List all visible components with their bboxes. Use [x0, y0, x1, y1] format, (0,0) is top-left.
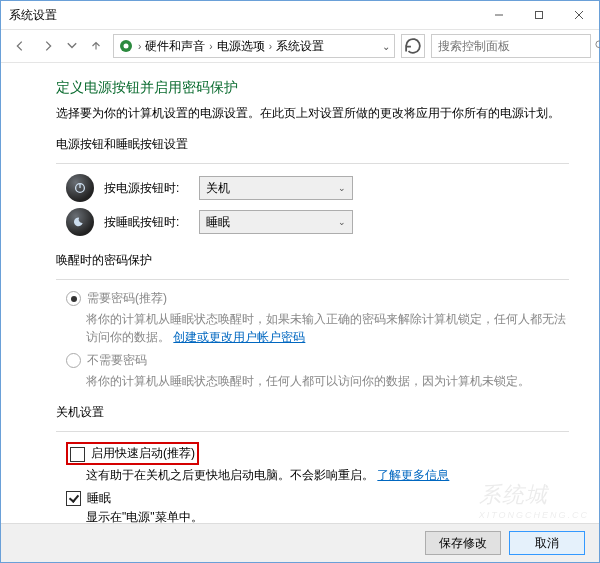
forward-button[interactable]	[37, 35, 59, 57]
search-icon	[594, 39, 600, 54]
search-input[interactable]	[436, 38, 590, 54]
power-button-select[interactable]: 关机 ⌄	[199, 176, 353, 200]
save-button[interactable]: 保存修改	[425, 531, 501, 555]
breadcrumb[interactable]: › 硬件和声音 › 电源选项 › 系统设置 ⌄	[113, 34, 395, 58]
up-button[interactable]	[85, 35, 107, 57]
chevron-down-icon[interactable]: ⌄	[382, 41, 390, 52]
titlebar: 系统设置	[1, 1, 599, 30]
radio-description: 将你的计算机从睡眠状态唤醒时，如果未输入正确的密码来解除计算机锁定，任何人都无法…	[86, 310, 569, 346]
select-value: 关机	[206, 180, 230, 197]
sleep-icon	[66, 208, 94, 236]
refresh-button[interactable]	[401, 34, 425, 58]
radio-label: 不需要密码	[87, 352, 147, 369]
back-button[interactable]	[9, 35, 31, 57]
window-buttons	[479, 1, 599, 29]
section-title: 电源按钮和睡眠按钮设置	[56, 136, 569, 155]
checkbox-sleep[interactable]	[66, 491, 81, 506]
sleep-button-row: 按睡眠按钮时: 睡眠 ⌄	[66, 208, 569, 236]
chevron-down-icon: ⌄	[338, 217, 346, 227]
recent-dropdown[interactable]	[65, 35, 79, 57]
breadcrumb-item[interactable]: 系统设置	[276, 38, 324, 55]
maximize-button[interactable]	[519, 1, 559, 29]
checkbox-label: 启用快速启动(推荐)	[91, 445, 195, 462]
divider	[56, 163, 569, 164]
cancel-button[interactable]: 取消	[509, 531, 585, 555]
section-title: 关机设置	[56, 404, 569, 423]
power-button-row: 按电源按钮时: 关机 ⌄	[66, 174, 569, 202]
radio-require-password[interactable]	[66, 291, 81, 306]
breadcrumb-item[interactable]: 电源选项	[217, 38, 265, 55]
power-icon	[66, 174, 94, 202]
fast-startup-row: 启用快速启动(推荐)	[66, 442, 569, 465]
radio-option-require-password: 需要密码(推荐) 将你的计算机从睡眠状态唤醒时，如果未输入正确的密码来解除计算机…	[66, 290, 569, 346]
minimize-button[interactable]	[479, 1, 519, 29]
chevron-right-icon: ›	[269, 41, 272, 52]
search-box[interactable]	[431, 34, 591, 58]
power-button-label: 按电源按钮时:	[104, 180, 189, 197]
highlight-box: 启用快速启动(推荐)	[66, 442, 199, 465]
sleep-button-select[interactable]: 睡眠 ⌄	[199, 210, 353, 234]
learn-more-link[interactable]: 了解更多信息	[377, 468, 449, 482]
select-value: 睡眠	[206, 214, 230, 231]
close-button[interactable]	[559, 1, 599, 29]
checkbox-description: 这有助于在关机之后更快地启动电脑。不会影响重启。 了解更多信息	[86, 467, 569, 484]
checkbox-description: 显示在"电源"菜单中。	[86, 509, 569, 523]
sleep-button-label: 按睡眠按钮时:	[104, 214, 189, 231]
control-panel-icon	[118, 38, 134, 54]
create-password-link[interactable]: 创建或更改用户帐户密码	[173, 330, 305, 344]
radio-description: 将你的计算机从睡眠状态唤醒时，任何人都可以访问你的数据，因为计算机未锁定。	[86, 372, 569, 390]
radio-option-no-password: 不需要密码 将你的计算机从睡眠状态唤醒时，任何人都可以访问你的数据，因为计算机未…	[66, 352, 569, 390]
chevron-down-icon: ⌄	[338, 183, 346, 193]
svg-point-5	[124, 44, 129, 49]
chevron-right-icon: ›	[209, 41, 212, 52]
chevron-right-icon: ›	[138, 41, 141, 52]
checkbox-fast-startup[interactable]	[70, 447, 85, 462]
divider	[56, 431, 569, 432]
navbar: › 硬件和声音 › 电源选项 › 系统设置 ⌄	[1, 30, 599, 63]
page-description: 选择要为你的计算机设置的电源设置。在此页上对设置所做的更改将应用于你所有的电源计…	[56, 105, 569, 122]
footer: 保存修改 取消	[1, 523, 599, 562]
window: 系统设置 › 硬件和声音 › 电源选项 › 系统设置 ⌄	[0, 0, 600, 563]
radio-no-password[interactable]	[66, 353, 81, 368]
section-title: 唤醒时的密码保护	[56, 252, 569, 271]
page-heading: 定义电源按钮并启用密码保护	[56, 79, 569, 97]
sleep-row: 睡眠	[66, 490, 569, 507]
radio-label: 需要密码(推荐)	[87, 290, 167, 307]
window-title: 系统设置	[9, 7, 479, 24]
svg-point-6	[596, 40, 600, 47]
divider	[56, 279, 569, 280]
breadcrumb-item[interactable]: 硬件和声音	[145, 38, 205, 55]
content: 定义电源按钮并启用密码保护 选择要为你的计算机设置的电源设置。在此页上对设置所做…	[1, 63, 599, 523]
checkbox-label: 睡眠	[87, 490, 111, 507]
svg-rect-1	[536, 12, 543, 19]
